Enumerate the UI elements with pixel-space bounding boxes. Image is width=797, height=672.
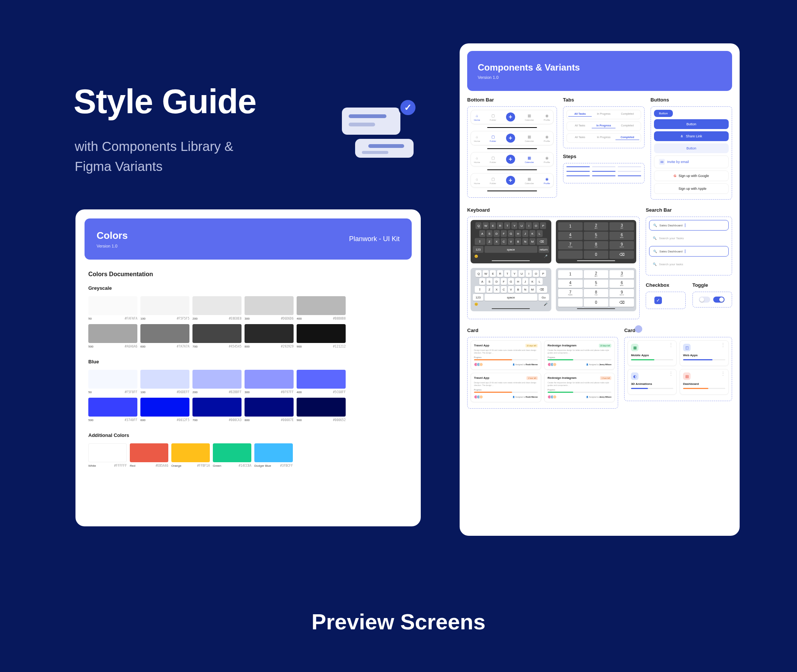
task-card[interactable]: Redesign Instagram1 hour left Create the…: [544, 373, 615, 402]
tab[interactable]: Completed: [616, 124, 639, 128]
toggle-on[interactable]: [713, 296, 725, 302]
tab-strip: All TasksIn ProgressCompleted: [567, 133, 641, 142]
color-swatch: 300#8F97FF: [245, 370, 294, 394]
bottom-bar: ⌂Home▢Folder+▦Calendar◉Profile: [471, 173, 554, 187]
keyboard-light[interactable]: QWERTYUIOP ASDFGHJKL ⇧ZXCVBNM⌫ 123spaceG…: [471, 268, 551, 311]
bottom-bar-title: Bottom Bar: [467, 97, 557, 102]
tab[interactable]: All Tasks: [568, 124, 592, 128]
button-label: Sign up with Apple: [679, 187, 706, 190]
search-input-empty[interactable]: 🔍Search your Tasks: [649, 234, 729, 243]
nav-item[interactable]: ◉Profile: [544, 176, 550, 184]
additional-colors-row: White#FFFFFFRed#EB5A46Orange#FFBF1AGreen…: [88, 443, 412, 467]
color-swatch: 400#B8B8B8: [297, 296, 346, 320]
components-panel-header: Components & Variants Version 1.0: [467, 51, 732, 91]
nav-item[interactable]: ⌂Home: [474, 134, 480, 142]
greyscale-row-1: 50#FAFAFA100#F5F5F5200#E8E8E8300#D6D6D64…: [88, 296, 412, 320]
nav-item[interactable]: ▢Folder: [490, 113, 496, 121]
app-card[interactable]: ▦⋮ Mobile Apps: [627, 340, 677, 366]
bottom-bar: ⌂Home▢Folder+▦Calendar◉Profile: [471, 131, 554, 145]
nav-item[interactable]: ◉Profile: [544, 134, 550, 142]
color-swatch: 900#000652: [297, 398, 346, 422]
search-input-empty[interactable]: 🔍Search your tasks: [649, 259, 729, 269]
checkbox-checked[interactable]: ✓: [655, 296, 662, 304]
nav-item[interactable]: ▦Calendar: [525, 155, 534, 163]
tab[interactable]: In Progress: [592, 136, 616, 140]
checkbox-variant: ✓: [646, 292, 685, 309]
color-swatch: 200#E8E8E8: [192, 296, 242, 320]
nav-item[interactable]: ⌂Home: [474, 176, 480, 184]
nav-item[interactable]: ◉Profile: [544, 155, 550, 163]
numpad-dark[interactable]: 12ABC3DEF4GHI5JKL6MNO7PQRS8TUV9WXYZ0⌫: [556, 220, 637, 263]
search-placeholder: Search your tasks: [659, 262, 683, 266]
search-input-filled[interactable]: 🔍Sales Dashboard: [649, 246, 729, 257]
nav-item[interactable]: ⌂Home: [474, 113, 480, 121]
task-card[interactable]: Travel App10 days left Design travel app…: [471, 340, 541, 370]
task-card[interactable]: Travel App1 hour left Design travel app …: [471, 373, 541, 402]
numpad-light[interactable]: 12ABC3DEF4GHI5JKL6MNO7PQRS8TUV9WXYZ0⌫: [556, 268, 637, 311]
components-version: Version 1.0: [478, 75, 580, 80]
more-icon[interactable]: ⋮: [721, 373, 725, 375]
nav-item[interactable]: ▢Folder: [490, 176, 496, 184]
google-icon: G: [674, 174, 676, 178]
button-apple-signup[interactable]: Sign up with Apple: [654, 183, 729, 194]
app-card[interactable]: ▤⋮ Dashboard: [680, 369, 729, 395]
color-swatch: 800#292929: [245, 324, 294, 348]
nav-item[interactable]: ▦Calendar: [525, 134, 534, 142]
button-google-signup[interactable]: GSign up with Google: [654, 171, 729, 181]
tab[interactable]: All Tasks: [568, 112, 592, 117]
colors-panel: Colors Version 1.0 Planwork - UI Kit Col…: [75, 210, 421, 526]
more-icon[interactable]: ⋮: [669, 373, 673, 375]
app-card[interactable]: ◫⋮ Web Apps: [680, 340, 729, 366]
color-swatch: 900#121212: [297, 324, 346, 348]
button-share[interactable]: ⋔Share Link: [654, 131, 729, 141]
add-button[interactable]: +: [506, 134, 515, 142]
email-icon: ✉: [659, 159, 665, 165]
button-primary[interactable]: Button: [654, 119, 729, 129]
keyboard-dark[interactable]: QWERTYUIOP ASDFGHJKL ⇧ZXCVBNM⌫ 123spacer…: [471, 220, 551, 263]
app-icon: ▦: [631, 344, 639, 351]
color-swatch: Green#14CC8A: [213, 443, 251, 467]
add-button[interactable]: +: [506, 112, 515, 122]
color-swatch: Orange#FFBF1A: [171, 443, 210, 467]
nav-item[interactable]: ▢Folder: [490, 134, 496, 142]
nav-item[interactable]: ◉Profile: [544, 113, 550, 121]
tab[interactable]: Completed: [616, 136, 639, 140]
tab[interactable]: All Tasks: [568, 136, 592, 140]
kit-name: Planwork - UI Kit: [349, 235, 400, 243]
keyboard-variants: QWERTYUIOP ASDFGHJKL ⇧ZXCVBNM⌫ 123spacer…: [467, 217, 640, 319]
app-card[interactable]: ◐⋮ 3D Animations: [627, 369, 677, 395]
hero-illustration: ✓: [338, 98, 418, 170]
buttons-title: Buttons: [651, 97, 732, 102]
greyscale-row-2: 500#A6A6A6600#7A7A7A700#454545800#292929…: [88, 324, 412, 348]
task-card[interactable]: Redesign Instagram10 days left Create th…: [544, 340, 615, 370]
tab[interactable]: In Progress: [592, 112, 616, 117]
accent-dot-icon: [635, 325, 642, 333]
footer-title: Preview Screens: [0, 609, 797, 634]
color-swatch: Red#EB5A46: [130, 443, 168, 467]
color-swatch: 100#D6DEFF: [140, 370, 189, 394]
nav-item[interactable]: ⌂Home: [474, 155, 480, 163]
button-ghost[interactable]: Button: [654, 143, 729, 153]
search-title: Search Bar: [646, 207, 732, 213]
more-icon[interactable]: ⋮: [669, 344, 673, 346]
nav-item[interactable]: ▦Calendar: [525, 176, 534, 184]
colors-panel-header: Colors Version 1.0 Planwork - UI Kit: [85, 218, 412, 259]
tab-strip: All TasksIn ProgressCompleted: [567, 122, 641, 131]
color-swatch: 50#F5F8FF: [88, 370, 138, 394]
color-swatch: 200#B2BBFF: [192, 370, 242, 394]
add-button[interactable]: +: [506, 155, 515, 164]
button-label: Invite by email: [667, 160, 689, 164]
tab[interactable]: In Progress: [592, 124, 616, 128]
nav-item[interactable]: ▦Calendar: [525, 113, 534, 121]
button-invite[interactable]: ✉Invite by email: [654, 155, 729, 168]
app-icon: ◫: [683, 344, 691, 351]
hero-title: Style Guide: [74, 82, 256, 121]
nav-item[interactable]: ▢Folder: [490, 155, 496, 163]
add-button[interactable]: +: [506, 176, 515, 185]
search-input-filled[interactable]: 🔍Sales Dashboard: [649, 220, 729, 230]
toggle-off[interactable]: [699, 296, 710, 302]
button-primary-small[interactable]: Button: [654, 110, 673, 117]
tab[interactable]: Completed: [616, 112, 639, 117]
card-title: Card: [467, 328, 618, 333]
more-icon[interactable]: ⋮: [721, 344, 725, 346]
